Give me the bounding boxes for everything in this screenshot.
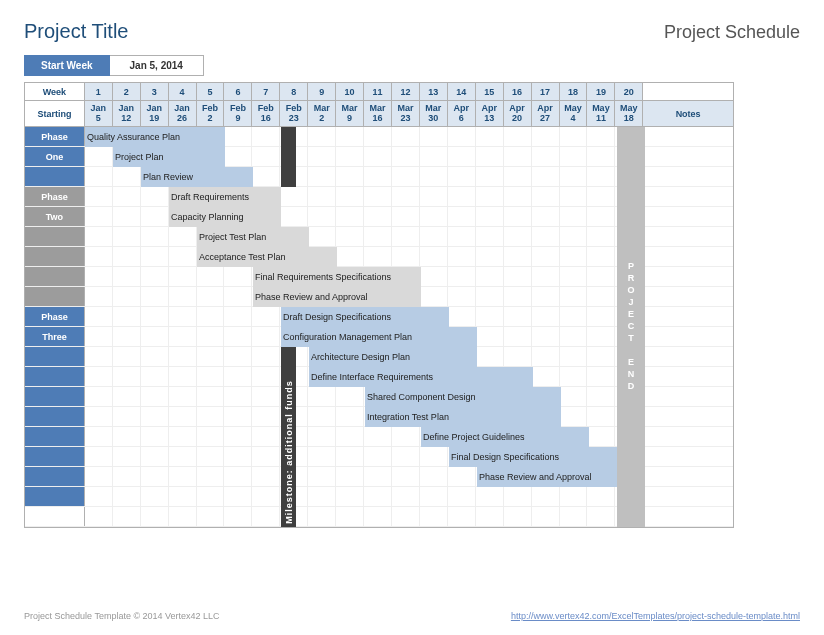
gantt-row	[25, 267, 733, 287]
notes-cell[interactable]	[643, 327, 733, 346]
header-date: Feb23	[280, 101, 308, 127]
header-date: Apr27	[532, 101, 560, 127]
notes-cell[interactable]	[643, 447, 733, 466]
header-date: Mar2	[308, 101, 336, 127]
header-date: May11	[587, 101, 615, 127]
phase-label: Phase	[25, 187, 85, 206]
phase-label	[25, 487, 85, 506]
notes-cell[interactable]	[643, 267, 733, 286]
notes-cell[interactable]	[643, 467, 733, 486]
page-subtitle: Project Schedule	[664, 22, 800, 43]
gantt-row	[25, 467, 733, 487]
header-date: Jan19	[141, 101, 169, 127]
phase-label	[25, 227, 85, 246]
header-week-num: 2	[113, 83, 141, 101]
header-date: Apr20	[504, 101, 532, 127]
header-date: Mar16	[364, 101, 392, 127]
header-notes-label: Notes	[643, 101, 733, 127]
header-week-num: 10	[336, 83, 364, 101]
gantt-row: Two	[25, 207, 733, 227]
phase-label	[25, 447, 85, 466]
notes-cell[interactable]	[643, 207, 733, 226]
notes-cell[interactable]	[643, 367, 733, 386]
notes-cell[interactable]	[643, 407, 733, 426]
header-starting-label: Starting	[25, 101, 85, 127]
header-week-num: 3	[141, 83, 169, 101]
phase-label: Two	[25, 207, 85, 226]
notes-cell[interactable]	[643, 287, 733, 306]
phase-label	[25, 427, 85, 446]
notes-cell[interactable]	[643, 227, 733, 246]
header-date: May4	[560, 101, 588, 127]
gantt-row	[25, 287, 733, 307]
header-date: Feb16	[252, 101, 280, 127]
notes-cell[interactable]	[643, 147, 733, 166]
gantt-row	[25, 507, 733, 527]
gantt-row	[25, 227, 733, 247]
header-week-num: 19	[587, 83, 615, 101]
phase-label	[25, 407, 85, 426]
start-week-value[interactable]: Jan 5, 2014	[110, 55, 204, 76]
gantt-row	[25, 167, 733, 187]
notes-cell[interactable]	[643, 347, 733, 366]
header-week-num: 5	[197, 83, 225, 101]
header-week-num: 12	[392, 83, 420, 101]
header-date: Feb2	[197, 101, 225, 127]
gantt-row: Phase	[25, 187, 733, 207]
header-week-num: 18	[560, 83, 588, 101]
header-week-num: 16	[504, 83, 532, 101]
gantt-row	[25, 427, 733, 447]
page-title: Project Title	[24, 20, 128, 43]
gantt-row	[25, 487, 733, 507]
gantt-row	[25, 447, 733, 467]
gantt-row	[25, 407, 733, 427]
notes-cell[interactable]	[643, 387, 733, 406]
start-week-label: Start Week	[24, 55, 110, 76]
gantt-row	[25, 387, 733, 407]
phase-label	[25, 467, 85, 486]
header-date: Feb9	[224, 101, 252, 127]
notes-cell[interactable]	[643, 247, 733, 266]
phase-label	[25, 287, 85, 306]
header-week-num: 9	[308, 83, 336, 101]
header-week-num: 4	[169, 83, 197, 101]
notes-cell[interactable]	[643, 167, 733, 186]
notes-cell[interactable]	[643, 187, 733, 206]
header-date: Jan5	[85, 101, 113, 127]
phase-label: Three	[25, 327, 85, 346]
header-date: Jan26	[169, 101, 197, 127]
phase-label: One	[25, 147, 85, 166]
header-week-num: 1	[85, 83, 113, 101]
gantt-row	[25, 367, 733, 387]
header-date: Jan12	[113, 101, 141, 127]
header-week-num: 15	[476, 83, 504, 101]
header-week-num: 8	[280, 83, 308, 101]
gantt-chart: Week1234567891011121314151617181920 Star…	[24, 82, 734, 528]
phase-label	[25, 247, 85, 266]
phase-label: Phase	[25, 307, 85, 326]
header-date: Mar9	[336, 101, 364, 127]
header-week-num: 17	[532, 83, 560, 101]
notes-cell[interactable]	[643, 427, 733, 446]
gantt-row: Phase	[25, 127, 733, 147]
header-week-num: 11	[364, 83, 392, 101]
phase-label	[25, 367, 85, 386]
header-date: Apr13	[476, 101, 504, 127]
gantt-row: Three	[25, 327, 733, 347]
header-date: Mar23	[392, 101, 420, 127]
header-week-num: 6	[224, 83, 252, 101]
notes-cell[interactable]	[643, 507, 733, 526]
phase-label	[25, 167, 85, 186]
header-week-num: 20	[615, 83, 643, 101]
notes-cell[interactable]	[643, 127, 733, 146]
phase-label	[25, 267, 85, 286]
footer-link[interactable]: http://www.vertex42.com/ExcelTemplates/p…	[511, 611, 800, 621]
header-week-label: Week	[25, 83, 85, 101]
phase-label	[25, 387, 85, 406]
header-date: Mar30	[420, 101, 448, 127]
notes-cell[interactable]	[643, 307, 733, 326]
gantt-row: Phase	[25, 307, 733, 327]
phase-label: Phase	[25, 127, 85, 146]
notes-cell[interactable]	[643, 487, 733, 506]
gantt-row	[25, 347, 733, 367]
